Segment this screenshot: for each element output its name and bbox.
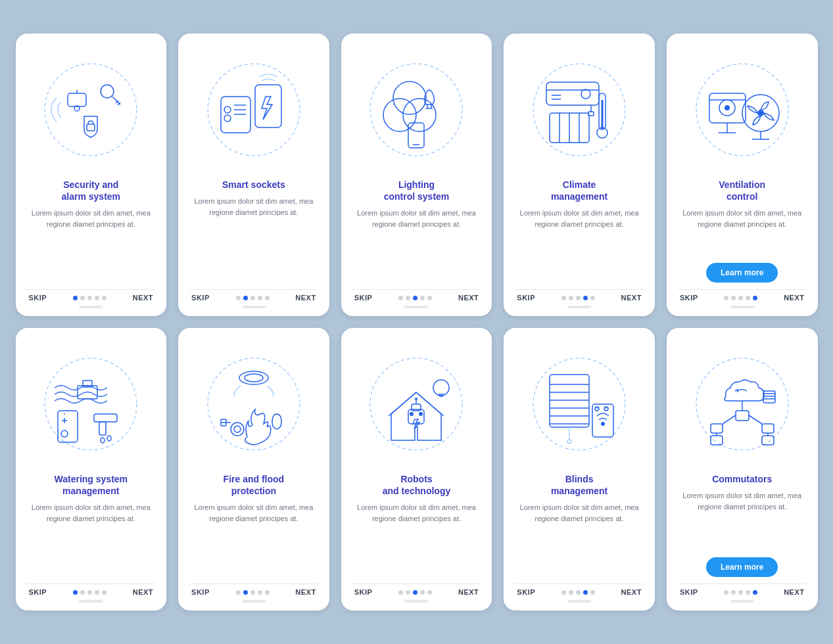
dot-5 — [265, 590, 270, 595]
skip-btn-watering[interactable]: SKIP — [29, 588, 47, 596]
card-icon-watering — [26, 340, 156, 468]
dot-3 — [250, 296, 255, 300]
card-body-blinds: Lorem ipsum dolor sit dim amet, mea regi… — [514, 502, 644, 578]
card-title-robots: Robots and technology — [383, 473, 450, 497]
card-body-fire-flood: Lorem ipsum dolor sit dim amet, mea regi… — [189, 502, 319, 578]
card-icon-lighting — [352, 45, 482, 173]
dot-5 — [102, 296, 107, 300]
next-btn-climate[interactable]: NEXT — [621, 294, 642, 302]
svg-line-104 — [749, 415, 762, 424]
card-handle-fire-flood — [242, 600, 266, 603]
card-nav-fire-flood: SKIP NEXT — [189, 584, 319, 596]
card-lighting: Lighting control system Lorem ipsum dolo… — [341, 34, 492, 316]
skip-btn-ventilation[interactable]: SKIP — [680, 294, 698, 302]
skip-btn-fire-flood[interactable]: SKIP — [191, 588, 210, 596]
card-title-watering: Watering system management — [55, 473, 128, 497]
dots-fire-flood — [236, 590, 270, 595]
dot-1 — [73, 296, 78, 300]
dots-lighting — [398, 296, 432, 300]
skip-btn-climate[interactable]: SKIP — [517, 294, 535, 302]
card-title-blinds: Blinds management — [551, 473, 607, 497]
dot-1 — [724, 590, 728, 595]
dot-1 — [398, 296, 403, 300]
learn-more-button-commutators[interactable]: Learn more — [706, 557, 778, 577]
svg-point-63 — [239, 371, 268, 384]
dot-1 — [561, 590, 566, 595]
card-handle-smart-sockets — [242, 306, 266, 308]
card-ventilation: Ventilation control Lorem ipsum dolor si… — [667, 34, 818, 316]
next-btn-watering[interactable]: NEXT — [133, 588, 153, 596]
dot-5 — [590, 590, 595, 595]
dot-4 — [746, 296, 750, 300]
svg-point-44 — [725, 105, 730, 110]
dot-4 — [583, 296, 588, 300]
card-icon-security — [26, 45, 156, 173]
next-btn-lighting[interactable]: NEXT — [458, 294, 479, 302]
card-title-lighting: Lighting control system — [384, 179, 450, 202]
card-handle-commutators — [730, 600, 754, 603]
card-body-climate: Lorem ipsum dolor sit dim amet, mea regi… — [514, 208, 644, 284]
card-icon-robots — [352, 340, 482, 468]
skip-btn-commutators[interactable]: SKIP — [680, 588, 698, 596]
svg-rect-100 — [711, 436, 723, 445]
svg-rect-16 — [255, 85, 281, 127]
dots-ventilation — [724, 296, 757, 300]
dot-1 — [724, 296, 728, 300]
next-btn-robots[interactable]: NEXT — [458, 588, 479, 596]
card-handle-ventilation — [730, 306, 754, 308]
card-body-watering: Lorem ipsum dolor sit dim amet, mea regi… — [26, 502, 156, 578]
card-title-ventilation: Ventilation control — [719, 179, 765, 202]
card-handle-blinds — [567, 600, 591, 603]
learn-more-button-ventilation[interactable]: Learn more — [706, 263, 778, 283]
card-nav-climate: SKIP NEXT — [514, 289, 644, 302]
skip-btn-security[interactable]: SKIP — [29, 294, 47, 302]
skip-btn-smart-sockets[interactable]: SKIP — [191, 294, 210, 302]
next-btn-security[interactable]: NEXT — [133, 294, 153, 302]
card-title-fire-flood: Fire and flood protection — [224, 473, 285, 497]
next-btn-ventilation[interactable]: NEXT — [784, 294, 804, 302]
skip-btn-blinds[interactable]: SKIP — [517, 588, 535, 596]
svg-point-90 — [601, 422, 605, 426]
dot-2 — [243, 296, 248, 300]
card-nav-smart-sockets: SKIP NEXT — [189, 289, 319, 302]
dot-2 — [80, 296, 85, 300]
skip-btn-robots[interactable]: SKIP — [354, 588, 373, 596]
card-icon-blinds — [514, 340, 644, 468]
dots-blinds — [561, 590, 595, 595]
card-security: Security and alarm system Lorem ipsum do… — [16, 34, 167, 316]
card-icon-fire-flood — [189, 340, 319, 468]
dot-5 — [590, 296, 595, 300]
card-body-security: Lorem ipsum dolor sit dim amet, mea regi… — [26, 208, 156, 284]
svg-point-0 — [45, 64, 137, 156]
svg-line-103 — [723, 415, 736, 424]
card-icon-climate — [514, 45, 644, 173]
dot-3 — [738, 296, 743, 300]
svg-rect-55 — [94, 414, 117, 422]
next-btn-smart-sockets[interactable]: NEXT — [295, 294, 316, 302]
card-title-smart-sockets: Smart sockets — [222, 179, 285, 191]
next-btn-blinds[interactable]: NEXT — [621, 588, 642, 596]
dot-5 — [102, 590, 107, 595]
card-nav-lighting: SKIP NEXT — [352, 289, 482, 302]
next-btn-fire-flood[interactable]: NEXT — [295, 588, 316, 596]
dot-2 — [731, 590, 736, 595]
dot-3 — [576, 590, 581, 595]
card-body-smart-sockets: Lorem ipsum dolor sit dim amet, mea regi… — [189, 196, 319, 284]
card-nav-ventilation: SKIP NEXT — [677, 289, 807, 302]
card-body-ventilation: Lorem ipsum dolor sit dim amet, mea regi… — [677, 208, 807, 258]
card-climate: Climate management Lorem ipsum dolor sit… — [504, 34, 655, 316]
card-nav-blinds: SKIP NEXT — [514, 584, 644, 596]
card-nav-security: SKIP NEXT — [26, 289, 156, 302]
svg-point-9 — [208, 64, 300, 156]
skip-btn-lighting[interactable]: SKIP — [354, 294, 373, 302]
dots-security — [73, 296, 107, 300]
dot-5 — [427, 590, 432, 595]
svg-rect-59 — [58, 411, 78, 442]
svg-rect-27 — [546, 82, 599, 105]
svg-point-4 — [101, 85, 114, 98]
dots-robots — [398, 590, 432, 595]
svg-point-57 — [101, 438, 105, 443]
svg-rect-8 — [87, 124, 95, 131]
svg-point-19 — [383, 99, 416, 131]
next-btn-commutators[interactable]: NEXT — [784, 588, 804, 596]
